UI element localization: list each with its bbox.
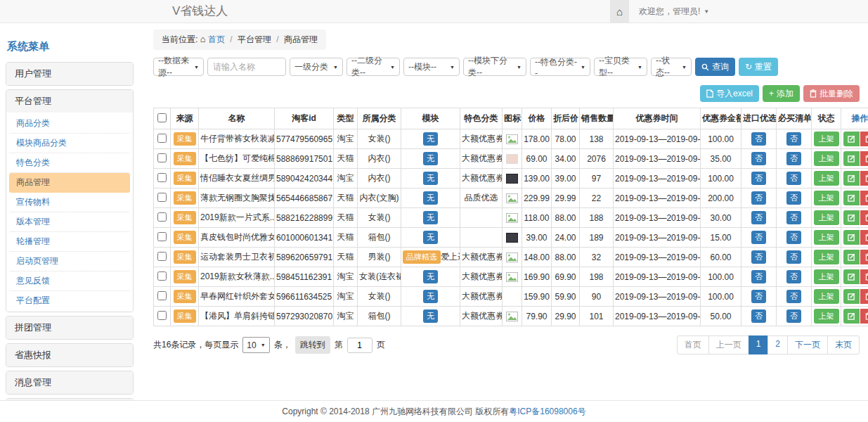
sidebar-item[interactable]: 意见反馈 bbox=[9, 271, 130, 291]
row-checkbox[interactable] bbox=[157, 153, 167, 162]
delete-button[interactable] bbox=[860, 210, 868, 225]
edit-button[interactable] bbox=[843, 250, 860, 264]
edit-button[interactable] bbox=[843, 230, 860, 245]
module-select[interactable]: --模块--▼ bbox=[403, 58, 460, 76]
status-button[interactable]: 上架 bbox=[814, 171, 839, 186]
import-select-toggle[interactable]: 否 bbox=[751, 309, 766, 323]
data-source-select[interactable]: --数据来源--▼ bbox=[153, 58, 204, 76]
status-button[interactable]: 上架 bbox=[814, 132, 839, 146]
add-button[interactable]: + 添加 bbox=[763, 85, 800, 102]
status-button[interactable]: 上架 bbox=[814, 269, 839, 284]
import-select-toggle[interactable]: 否 bbox=[751, 231, 766, 244]
row-checkbox[interactable] bbox=[157, 173, 167, 182]
page-button[interactable]: 1 bbox=[749, 335, 769, 354]
reset-button[interactable]: ↻ 重置 bbox=[739, 58, 778, 76]
home-button[interactable]: ⌂ bbox=[610, 0, 629, 23]
module-badge[interactable]: 无 bbox=[423, 211, 438, 224]
item-type-select[interactable]: --宝贝类型--▼ bbox=[594, 58, 647, 76]
sidebar-item[interactable]: 平台配置 bbox=[9, 291, 130, 310]
row-checkbox[interactable] bbox=[157, 291, 167, 300]
must-buy-toggle[interactable]: 否 bbox=[786, 132, 801, 146]
import-select-toggle[interactable]: 否 bbox=[751, 132, 766, 146]
edit-button[interactable] bbox=[843, 191, 860, 205]
module-badge[interactable]: 无 bbox=[423, 290, 438, 303]
delete-button[interactable] bbox=[860, 230, 868, 245]
status-button[interactable]: 上架 bbox=[814, 309, 839, 324]
delete-button[interactable] bbox=[860, 250, 868, 264]
page-button[interactable]: 上一页 bbox=[708, 335, 749, 354]
module-subcategory-select[interactable]: --模块下分类--▼ bbox=[463, 58, 526, 76]
delete-button[interactable] bbox=[860, 309, 868, 324]
status-button[interactable]: 上架 bbox=[814, 230, 839, 245]
edit-button[interactable] bbox=[843, 132, 860, 146]
page-button[interactable]: 2 bbox=[767, 335, 788, 354]
status-select[interactable]: --状态--▼ bbox=[651, 58, 692, 76]
import-select-toggle[interactable]: 否 bbox=[751, 290, 766, 303]
delete-button[interactable] bbox=[860, 171, 868, 186]
must-buy-toggle[interactable]: 否 bbox=[786, 250, 801, 264]
row-checkbox[interactable] bbox=[157, 271, 167, 281]
module-badge[interactable]: 无 bbox=[423, 132, 438, 146]
user-menu[interactable]: 欢迎您，管理员! ▼ bbox=[639, 6, 709, 18]
module-badge[interactable]: 无 bbox=[423, 231, 438, 244]
level1-category-select[interactable]: 一级分类▼ bbox=[290, 58, 343, 76]
batch-delete-button[interactable]: 批量删除 bbox=[803, 85, 860, 102]
sidebar-group[interactable]: 用户管理 bbox=[6, 63, 133, 85]
import-select-toggle[interactable]: 否 bbox=[751, 211, 766, 224]
import-select-toggle[interactable]: 否 bbox=[751, 250, 766, 264]
import-select-toggle[interactable]: 否 bbox=[751, 152, 766, 165]
import-excel-button[interactable]: 导入excel bbox=[700, 85, 759, 102]
must-buy-toggle[interactable]: 否 bbox=[786, 290, 801, 303]
module-badge[interactable]: 无 bbox=[423, 152, 438, 165]
row-checkbox[interactable] bbox=[157, 193, 167, 202]
status-button[interactable]: 上架 bbox=[814, 210, 839, 225]
sidebar-item[interactable]: 商品分类 bbox=[9, 114, 130, 134]
edit-button[interactable] bbox=[843, 171, 860, 186]
icp-link[interactable]: 粤ICP备16098006号 bbox=[509, 406, 585, 418]
edit-button[interactable] bbox=[843, 309, 860, 324]
page-button[interactable]: 下一页 bbox=[787, 335, 828, 354]
must-buy-toggle[interactable]: 否 bbox=[786, 191, 801, 205]
sidebar-item[interactable]: 宣传物料 bbox=[9, 193, 130, 212]
feature-category-select[interactable]: --特色分类--▼ bbox=[530, 58, 590, 76]
name-search-input[interactable] bbox=[207, 58, 286, 76]
sidebar-group[interactable]: 拼团管理 bbox=[6, 316, 133, 339]
sidebar-item[interactable]: 版本管理 bbox=[9, 212, 130, 232]
status-button[interactable]: 上架 bbox=[814, 191, 839, 205]
row-checkbox[interactable] bbox=[157, 252, 167, 261]
edit-button[interactable] bbox=[843, 289, 860, 304]
row-checkbox[interactable] bbox=[157, 232, 167, 241]
module-badge[interactable]: 无 bbox=[423, 309, 438, 323]
page-button[interactable]: 末页 bbox=[827, 335, 860, 354]
sidebar-group[interactable]: 省惠快报 bbox=[6, 344, 133, 366]
module-badge[interactable]: 无 bbox=[423, 172, 438, 185]
module-badge[interactable]: 无 bbox=[423, 191, 438, 205]
sidebar-item[interactable]: 模块商品分类 bbox=[9, 134, 130, 153]
sidebar-item[interactable]: 轮播管理 bbox=[9, 232, 130, 252]
status-button[interactable]: 上架 bbox=[814, 250, 839, 264]
status-button[interactable]: 上架 bbox=[814, 289, 839, 304]
delete-button[interactable] bbox=[860, 269, 868, 284]
delete-button[interactable] bbox=[860, 289, 868, 304]
breadcrumb-home-link[interactable]: 首页 bbox=[208, 34, 225, 44]
select-all-checkbox[interactable] bbox=[157, 113, 167, 122]
status-button[interactable]: 上架 bbox=[814, 151, 839, 166]
must-buy-toggle[interactable]: 否 bbox=[786, 152, 801, 165]
must-buy-toggle[interactable]: 否 bbox=[786, 270, 801, 283]
import-select-toggle[interactable]: 否 bbox=[751, 191, 766, 205]
edit-button[interactable] bbox=[843, 210, 860, 225]
must-buy-toggle[interactable]: 否 bbox=[786, 172, 801, 185]
sidebar-group[interactable]: 平台管理 bbox=[6, 90, 133, 113]
module-badge[interactable]: 品牌精选 bbox=[403, 250, 441, 264]
search-button[interactable]: 查询 bbox=[695, 58, 735, 76]
sidebar-item[interactable]: 启动页管理 bbox=[9, 252, 130, 271]
page-number-input[interactable] bbox=[347, 338, 373, 353]
delete-button[interactable] bbox=[860, 151, 868, 166]
page-button[interactable]: 首页 bbox=[677, 335, 709, 354]
must-buy-toggle[interactable]: 否 bbox=[786, 211, 801, 224]
level2-category-select[interactable]: --二级分类--▼ bbox=[346, 58, 400, 76]
must-buy-toggle[interactable]: 否 bbox=[786, 309, 801, 323]
sidebar-item[interactable]: 商品管理 bbox=[9, 173, 130, 193]
row-checkbox[interactable] bbox=[157, 134, 167, 143]
delete-button[interactable] bbox=[860, 191, 868, 205]
